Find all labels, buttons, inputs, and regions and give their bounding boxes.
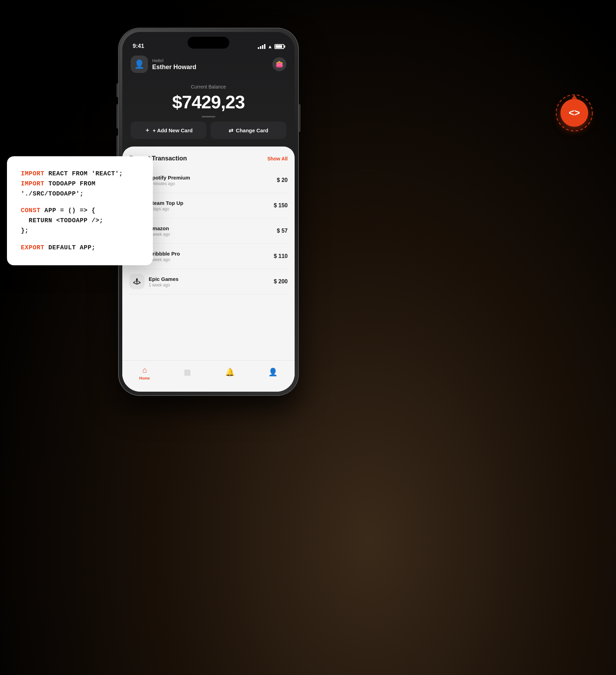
code-card: IMPORT REACT FROM 'REACT'; IMPORT TODOAP… — [7, 156, 153, 265]
code-line-1: IMPORT REACT FROM 'REACT'; — [21, 169, 139, 179]
stats-icon: ▦ — [184, 368, 191, 377]
volume-up-button — [116, 104, 118, 128]
battery-icon — [274, 44, 284, 49]
transaction-row: 🕹 Epic Games 1 week ago $ 200 — [129, 269, 288, 294]
transaction-info: Dribbble Pro 1 week ago — [149, 251, 274, 262]
user-name: Esther Howard — [152, 64, 272, 71]
transaction-time: 2 minutes ago — [149, 181, 277, 186]
transaction-name: Dribbble Pro — [149, 251, 274, 257]
section-header: Recent Transaction Show All — [129, 155, 288, 162]
transaction-name: Steam Top Up — [149, 200, 274, 206]
bell-icon: 🔔 — [225, 368, 235, 377]
balance-label: Current Balance — [122, 84, 295, 90]
avatar-icon: 👤 — [134, 59, 145, 69]
add-icon: ＋ — [145, 127, 150, 134]
power-button — [299, 104, 301, 132]
nav-item-stats[interactable]: ▦ — [178, 365, 197, 381]
signal-icon — [258, 44, 265, 49]
code-icon: <> — [569, 107, 580, 118]
bottom-nav: ⌂ Home ▦ 🔔 👤 — [122, 360, 295, 392]
transaction-amount: $ 20 — [277, 177, 288, 183]
action-buttons: ＋ + Add New Card ⇄ Change Card — [131, 122, 286, 139]
transaction-time: 1 week ago — [149, 232, 277, 237]
background — [0, 0, 616, 675]
code-button[interactable]: <> — [560, 99, 588, 127]
change-icon: ⇄ — [229, 127, 233, 134]
profile-icon: 👤 — [268, 368, 278, 377]
transaction-row: 🎮 Steam Top Up 5 days ago $ 150 — [129, 193, 288, 218]
code-blank-1 — [21, 199, 139, 206]
transaction-list: 🎵 Spotify Premium 2 minutes ago $ 20 🎮 S… — [129, 168, 288, 294]
balance-amount: $7429,23 — [122, 92, 295, 112]
status-icons: ▲ — [258, 44, 284, 49]
transaction-info: Epic Games 1 week ago — [149, 276, 274, 288]
transaction-time: 1 week ago — [149, 283, 274, 288]
transaction-row: 📦 Amazon 1 week ago $ 57 — [129, 218, 288, 244]
greeting-text: Hello! Esther Howard — [152, 58, 272, 71]
code-line-6: EXPORT DEFAULT APP; — [21, 243, 139, 253]
wifi-icon: ▲ — [268, 44, 272, 49]
home-icon: ⌂ — [142, 366, 147, 375]
scroll-indicator — [202, 116, 215, 117]
transaction-amount: $ 110 — [274, 253, 288, 259]
nav-label-home: Home — [139, 376, 150, 380]
mute-button — [116, 83, 118, 97]
code-blank-2 — [21, 236, 139, 243]
code-line-2: IMPORT TODOAPP FROM './SRC/TODOAPP'; — [21, 179, 139, 199]
status-time: 9:41 — [133, 43, 144, 49]
transaction-info: Spotify Premium 2 minutes ago — [149, 175, 277, 186]
transaction-icon: 🕹 — [129, 274, 145, 289]
dynamic-island — [188, 37, 229, 49]
keyword-const: CONST — [21, 207, 41, 214]
code-line-5: }; — [21, 226, 139, 236]
keyword-import-2: IMPORT — [21, 180, 44, 187]
code-line-4: RETURN <TODOAPP />; — [21, 216, 139, 226]
avatar: 👤 — [131, 56, 148, 73]
greeting-label: Hello! — [152, 58, 272, 63]
transaction-time: 1 week ago — [149, 257, 274, 262]
transaction-info: Amazon 1 week ago — [149, 225, 277, 237]
change-card-label: Change Card — [236, 127, 268, 133]
add-card-button[interactable]: ＋ + Add New Card — [131, 122, 206, 139]
balance-section: Current Balance $7429,23 — [122, 84, 295, 112]
transaction-amount: $ 200 — [274, 278, 288, 285]
change-card-button[interactable]: ⇄ Change Card — [211, 122, 286, 139]
wallet-icon: 👛 — [276, 60, 283, 68]
show-all-button[interactable]: Show All — [267, 156, 288, 161]
transaction-row: 🎵 Spotify Premium 2 minutes ago $ 20 — [129, 168, 288, 193]
transaction-amount: $ 57 — [277, 228, 288, 234]
keyword-export: EXPORT — [21, 244, 44, 251]
wallet-button[interactable]: 👛 — [272, 57, 286, 71]
greeting-row: 👤 Hello! Esther Howard 👛 — [131, 56, 286, 73]
keyword-import: IMPORT — [21, 170, 44, 177]
transaction-amount: $ 150 — [274, 202, 288, 209]
transaction-row: 🎯 Dribbble Pro 1 week ago $ 110 — [129, 244, 288, 269]
transaction-name: Spotify Premium — [149, 175, 277, 181]
transaction-info: Steam Top Up 5 days ago — [149, 200, 274, 211]
add-card-label: + Add New Card — [153, 127, 193, 133]
transaction-name: Amazon — [149, 225, 277, 231]
transaction-time: 5 days ago — [149, 207, 274, 211]
nav-item-bell[interactable]: 🔔 — [220, 365, 240, 381]
nav-item-profile[interactable]: 👤 — [263, 365, 283, 381]
transaction-name: Epic Games — [149, 276, 274, 282]
nav-item-home[interactable]: ⌂ Home — [134, 363, 156, 383]
code-line-3: CONST APP = () => { — [21, 206, 139, 216]
